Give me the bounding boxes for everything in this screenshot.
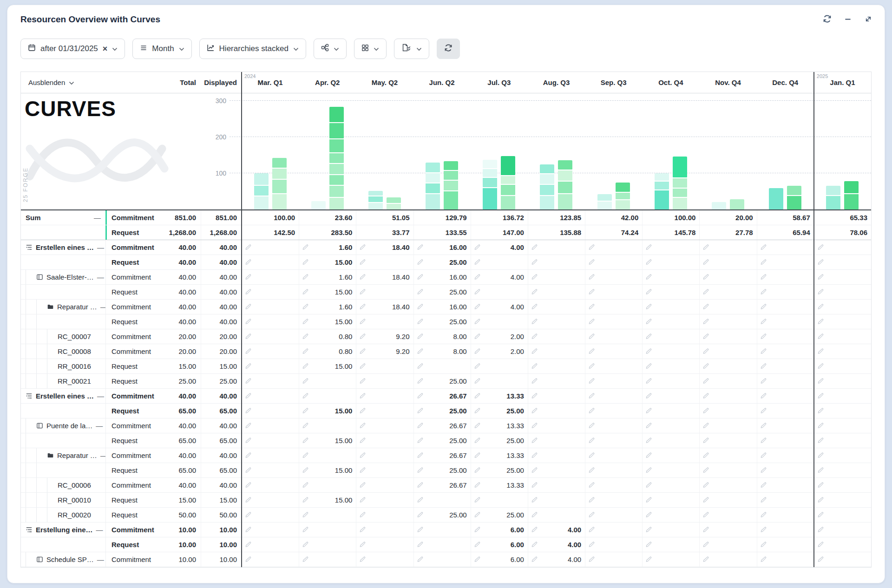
month-cell[interactable] <box>642 359 699 373</box>
month-cell[interactable] <box>356 537 413 552</box>
month-cell[interactable] <box>242 314 299 329</box>
month-cell[interactable] <box>642 300 699 314</box>
pencil-icon[interactable] <box>245 244 252 251</box>
pencil-icon[interactable] <box>245 556 252 563</box>
pencil-icon[interactable] <box>245 318 252 325</box>
month-cell[interactable] <box>814 300 871 314</box>
month-cell[interactable] <box>757 389 814 403</box>
month-cell[interactable] <box>413 359 471 373</box>
pencil-icon[interactable] <box>645 452 652 459</box>
pencil-icon[interactable] <box>702 363 709 370</box>
pencil-icon[interactable] <box>417 497 424 503</box>
collapse-toggle[interactable]: — <box>96 422 105 430</box>
pencil-icon[interactable] <box>645 392 652 399</box>
month-cell[interactable]: 15.00 <box>299 359 356 373</box>
month-cell[interactable] <box>757 300 814 314</box>
pencil-icon[interactable] <box>760 497 767 503</box>
month-cell[interactable] <box>528 508 585 522</box>
pencil-icon[interactable] <box>531 422 538 429</box>
pencil-icon[interactable] <box>588 482 595 489</box>
month-cell[interactable] <box>356 463 413 477</box>
pencil-icon[interactable] <box>645 407 652 414</box>
month-cell[interactable] <box>299 389 356 403</box>
pencil-icon[interactable] <box>417 348 424 355</box>
month-cell[interactable] <box>814 285 871 299</box>
pencil-icon[interactable] <box>702 303 709 310</box>
pencil-icon[interactable] <box>760 482 767 489</box>
month-cell[interactable] <box>528 433 585 448</box>
pencil-icon[interactable] <box>417 259 424 266</box>
month-cell[interactable] <box>242 374 299 388</box>
month-cell[interactable] <box>757 448 814 463</box>
month-cell[interactable] <box>356 448 413 463</box>
pencil-icon[interactable] <box>760 363 767 370</box>
month-cell[interactable] <box>642 255 699 269</box>
month-cell[interactable]: 1.60 <box>299 300 356 314</box>
month-cell[interactable] <box>757 537 814 552</box>
month-cell[interactable] <box>242 478 299 492</box>
month-cell[interactable]: 4.00 <box>471 240 528 255</box>
pencil-icon[interactable] <box>702 556 709 563</box>
pencil-icon[interactable] <box>760 333 767 340</box>
month-cell[interactable] <box>242 344 299 359</box>
pencil-icon[interactable] <box>245 482 252 489</box>
month-cell[interactable]: 25.00 <box>413 374 471 388</box>
pencil-icon[interactable] <box>417 274 424 281</box>
pencil-icon[interactable] <box>417 288 424 295</box>
pencil-icon[interactable] <box>359 348 366 355</box>
pencil-icon[interactable] <box>531 497 538 503</box>
month-cell[interactable] <box>242 240 299 255</box>
pencil-icon[interactable] <box>760 511 767 518</box>
pencil-icon[interactable] <box>474 526 481 533</box>
pencil-icon[interactable] <box>702 511 709 518</box>
pencil-icon[interactable] <box>359 526 366 533</box>
pencil-icon[interactable] <box>417 378 424 385</box>
month-cell[interactable] <box>585 433 642 448</box>
month-cell[interactable]: 25.00 <box>413 314 471 329</box>
month-cell[interactable] <box>585 329 642 344</box>
pencil-icon[interactable] <box>588 407 595 414</box>
month-cell[interactable] <box>585 523 642 537</box>
pencil-icon[interactable] <box>588 303 595 310</box>
pencil-icon[interactable] <box>531 244 538 251</box>
month-cell[interactable] <box>528 478 585 492</box>
pencil-icon[interactable] <box>302 452 309 459</box>
pencil-icon[interactable] <box>645 244 652 251</box>
month-cell[interactable] <box>699 285 756 299</box>
month-cell[interactable] <box>814 478 871 492</box>
month-cell[interactable] <box>642 270 699 284</box>
pencil-icon[interactable] <box>474 274 481 281</box>
pencil-icon[interactable] <box>474 259 481 266</box>
pencil-icon[interactable] <box>359 303 366 310</box>
month-cell[interactable] <box>814 329 871 344</box>
month-cell[interactable] <box>814 314 871 329</box>
month-cell[interactable] <box>585 448 642 463</box>
pencil-icon[interactable] <box>302 511 309 518</box>
month-cell[interactable] <box>814 463 871 477</box>
month-cell[interactable] <box>585 270 642 284</box>
pencil-icon[interactable] <box>817 511 824 518</box>
pencil-icon[interactable] <box>702 407 709 414</box>
pencil-icon[interactable] <box>245 333 252 340</box>
collapse-toggle[interactable]: — <box>100 451 105 459</box>
collapse-toggle[interactable]: — <box>97 392 105 400</box>
month-cell[interactable] <box>585 537 642 552</box>
minimize-button[interactable] <box>844 15 852 25</box>
month-cell[interactable]: 13.33 <box>471 448 528 463</box>
pencil-icon[interactable] <box>359 437 366 444</box>
month-cell[interactable] <box>242 389 299 403</box>
month-cell[interactable] <box>471 359 528 373</box>
hide-columns-dropdown[interactable]: Ausblenden <box>26 78 77 87</box>
pencil-icon[interactable] <box>417 482 424 489</box>
collapse-toggle[interactable]: — <box>97 273 105 281</box>
month-cell[interactable]: 1.60 <box>299 240 356 255</box>
pencil-icon[interactable] <box>531 392 538 399</box>
pencil-icon[interactable] <box>245 392 252 399</box>
collapse-toggle[interactable]: — <box>97 555 105 563</box>
pencil-icon[interactable] <box>417 407 424 414</box>
month-cell[interactable] <box>585 344 642 359</box>
grouping-button[interactable] <box>314 39 347 59</box>
month-cell[interactable]: 15.00 <box>299 463 356 477</box>
month-cell[interactable] <box>642 537 699 552</box>
pencil-icon[interactable] <box>645 497 652 503</box>
